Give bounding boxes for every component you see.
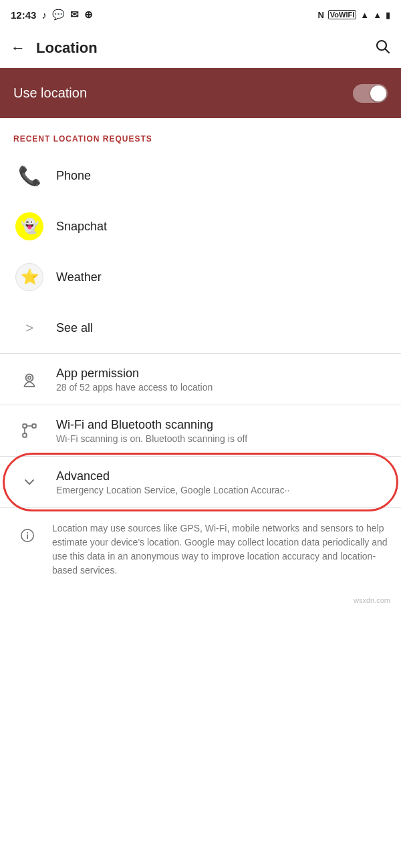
list-item-wifi-bluetooth[interactable]: Wi-Fi and Bluetooth scanning Wi-Fi scann… [0,405,401,456]
wifi-bluetooth-title: Wi-Fi and Bluetooth scanning [56,418,388,432]
list-item-weather[interactable]: ⭐ Weather [0,252,401,302]
back-button[interactable]: ← [11,39,25,57]
phone-app-icon: 📞 [13,160,45,192]
battery-icon: ▮ [386,10,390,20]
globe-icon: ⊕ [84,9,93,21]
svg-line-1 [386,49,390,53]
search-button[interactable] [374,38,390,58]
status-bar: 12:43 ♪ 💬 ✉ ⊕ N VoWIFI ▲ ▲ ▮ [0,0,401,28]
wifi-bluetooth-content: Wi-Fi and Bluetooth scanning Wi-Fi scann… [56,418,388,444]
page-title: Location [36,39,374,57]
advanced-title: Advanced [56,469,388,483]
list-item-see-all[interactable]: > See all [0,302,401,353]
svg-point-3 [28,377,31,379]
whatsapp-icon: 💬 [52,9,65,21]
info-icon [13,521,41,550]
svg-rect-4 [23,424,26,427]
snapchat-icon: 👻 [15,212,43,240]
weather-app-icon: ⭐ [13,261,45,293]
snapchat-app-icon: 👻 [13,210,45,242]
pin-icon [13,363,45,395]
svg-rect-6 [23,433,26,437]
signal-icon: ▲ [373,10,382,20]
app-permission-content: App permission 28 of 52 apps have access… [56,367,388,393]
use-location-banner[interactable]: Use location [0,68,401,118]
music-icon: ♪ [41,9,47,21]
svg-point-2 [26,374,33,381]
status-right: N VoWIFI ▲ ▲ ▮ [317,10,390,20]
wifi-icon: ▲ [360,10,369,20]
svg-rect-5 [32,424,35,427]
wifi-bluetooth-subtitle: Wi-Fi scanning is on. Bluetooth scanning… [56,433,388,444]
scan-icon [13,415,45,447]
wifi-calling-icon: VoWIFI [328,10,356,19]
nfc-icon: N [317,10,323,20]
list-item-phone[interactable]: 📞 Phone [0,150,401,201]
advanced-wrapper: Advanced Emergency Location Service, Goo… [0,457,401,507]
toggle-thumb [370,85,386,101]
weather-item-title: Weather [56,270,388,284]
snapchat-item-content: Snapchat [56,220,388,234]
app-permission-title: App permission [56,367,388,381]
phone-item-content: Phone [56,169,388,183]
watermark: wsxdn.com [0,591,401,610]
advanced-subtitle: Emergency Location Service, Google Locat… [56,485,388,495]
phone-icon: 📞 [18,165,41,187]
message-icon: ✉ [70,9,79,21]
see-all-content: See all [56,321,388,335]
info-text: Location may use sources like GPS, Wi-Fi… [52,521,388,578]
see-all-title: See all [56,321,388,335]
header: ← Location [0,28,401,68]
recent-requests-label: RECENT LOCATION REQUESTS [0,118,401,150]
svg-point-11 [27,532,28,533]
list-item-app-permission[interactable]: App permission 28 of 52 apps have access… [0,354,401,405]
time-display: 12:43 [11,9,36,21]
use-location-toggle[interactable] [353,84,388,103]
status-left: 12:43 ♪ 💬 ✉ ⊕ [11,9,93,21]
use-location-label: Use location [13,85,87,101]
chevron-down-icon [13,466,45,498]
app-permission-subtitle: 28 of 52 apps have access to location [56,382,388,393]
list-item-advanced[interactable]: Advanced Emergency Location Service, Goo… [0,457,401,507]
phone-item-title: Phone [56,169,388,183]
weather-item-content: Weather [56,270,388,284]
info-section: Location may use sources like GPS, Wi-Fi… [0,508,401,591]
list-item-snapchat[interactable]: 👻 Snapchat [0,201,401,252]
advanced-content: Advanced Emergency Location Service, Goo… [56,469,388,495]
see-all-icon: > [13,312,45,344]
snapchat-item-title: Snapchat [56,220,388,234]
weather-icon: ⭐ [15,263,43,291]
